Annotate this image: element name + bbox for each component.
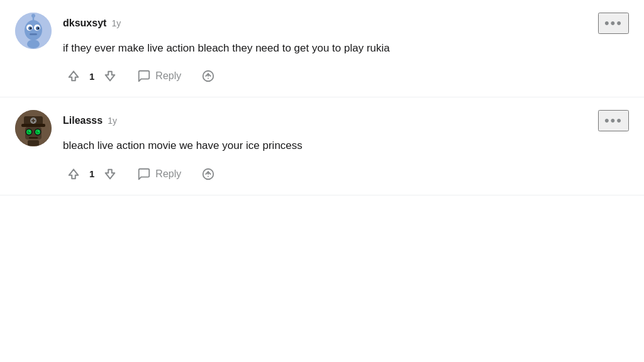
vote-group-1: 1 <box>63 67 121 85</box>
comment-body-1: dksuxsyt 1y ••• if they ever make live a… <box>63 13 629 85</box>
vote-count-1: 1 <box>89 71 94 82</box>
svg-rect-19 <box>21 124 45 127</box>
comment-meta-2: Lileasss 1y <box>63 115 117 126</box>
upvote-button-1[interactable] <box>63 67 84 85</box>
svg-point-28 <box>28 131 31 134</box>
comment-text-1: if they ever make live action bleach the… <box>63 40 629 57</box>
vote-count-2: 1 <box>89 168 94 179</box>
upvote-icon-2 <box>67 167 80 181</box>
reply-icon-1 <box>137 69 151 83</box>
svg-rect-33 <box>28 140 39 146</box>
comment-actions-1: 1 Reply <box>63 67 629 85</box>
comment-body-2: Lileasss 1y ••• bleach live action movie… <box>63 110 629 183</box>
vote-group-2: 1 <box>63 165 121 184</box>
award-button-2[interactable] <box>197 165 219 184</box>
svg-rect-10 <box>30 33 37 35</box>
reply-label-2: Reply <box>155 168 181 180</box>
comment-header-1: dksuxsyt 1y ••• <box>63 13 629 34</box>
avatar-image-2 <box>15 110 52 146</box>
svg-point-31 <box>38 131 39 132</box>
svg-point-9 <box>31 14 35 18</box>
downvote-icon-2 <box>103 167 117 181</box>
svg-point-6 <box>30 28 31 29</box>
comment-actions-2: 1 Reply <box>63 165 629 184</box>
svg-point-30 <box>29 131 30 132</box>
comments-container: dksuxsyt 1y ••• if they ever make live a… <box>0 0 644 195</box>
svg-point-7 <box>38 28 39 29</box>
award-icon-1 <box>201 69 215 83</box>
comment-meta-1: dksuxsyt 1y <box>63 18 121 29</box>
comment-header-2: Lileasss 1y ••• <box>63 110 629 131</box>
downvote-icon-1 <box>103 69 117 83</box>
reply-button-1[interactable]: Reply <box>132 67 186 85</box>
svg-rect-32 <box>29 137 38 139</box>
timestamp-1: 1y <box>111 18 121 28</box>
more-options-button-2[interactable]: ••• <box>598 110 629 131</box>
avatar-dksuxsyt <box>15 13 52 49</box>
comment-2: Lileasss 1y ••• bleach live action movie… <box>0 97 644 195</box>
avatar-lileasss <box>15 110 52 146</box>
downvote-button-2[interactable] <box>99 165 121 184</box>
svg-point-29 <box>36 131 40 134</box>
svg-point-11 <box>27 40 40 48</box>
timestamp-2: 1y <box>108 116 117 126</box>
svg-point-1 <box>25 20 42 40</box>
username-2: Lileasss <box>63 115 103 126</box>
reply-label-1: Reply <box>155 70 181 82</box>
comment-text-2: bleach live action movie we have your ic… <box>63 138 629 154</box>
username-1: dksuxsyt <box>63 18 106 29</box>
reply-icon-2 <box>137 167 151 181</box>
more-options-button-1[interactable]: ••• <box>598 13 629 34</box>
upvote-button-2[interactable] <box>63 165 84 184</box>
award-icon-2 <box>201 167 215 181</box>
comment-1: dksuxsyt 1y ••• if they ever make live a… <box>0 0 644 97</box>
reply-button-2[interactable]: Reply <box>132 165 186 184</box>
downvote-button-1[interactable] <box>99 67 121 85</box>
upvote-icon-1 <box>67 69 80 83</box>
award-button-1[interactable] <box>197 67 219 85</box>
avatar-image <box>15 13 52 49</box>
